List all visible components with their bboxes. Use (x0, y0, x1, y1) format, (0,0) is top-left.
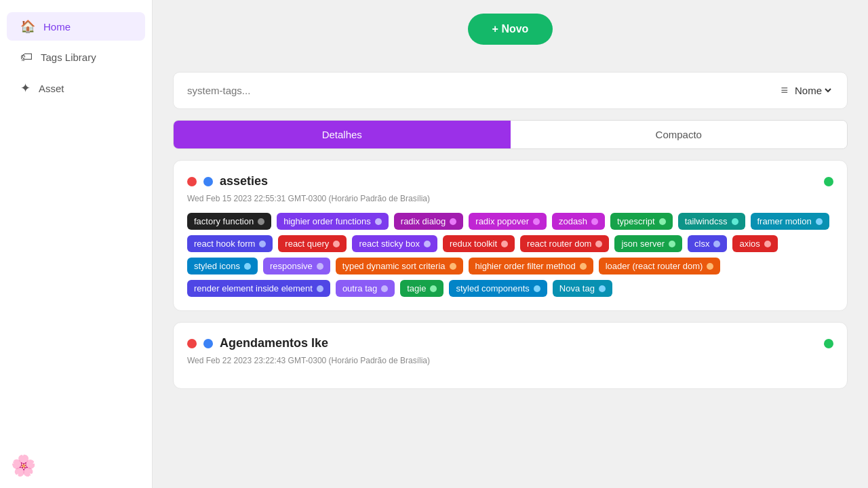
sidebar-item-tags-library[interactable]: 🏷 Tags Library (7, 43, 145, 71)
card-card-asseties: assetiesWed Feb 15 2023 22:55:31 GMT-030… (173, 160, 848, 311)
sort-icon: ≡ (781, 83, 788, 98)
dot-red (187, 339, 197, 348)
tag-dot (669, 241, 675, 247)
tag-dot (707, 263, 713, 270)
sidebar-item-home[interactable]: 🏠 Home (7, 12, 145, 41)
dot-blue (203, 339, 213, 348)
sidebar: 🏠 Home 🏷 Tags Library ✦ Asset 🌸 (0, 0, 153, 488)
asset-icon: ✦ (20, 81, 31, 96)
tag-item[interactable]: framer motion (751, 213, 829, 230)
card-card-agendamentos: Agendamentos IkeWed Feb 22 2023 23:22:43… (173, 322, 848, 389)
tag-item[interactable]: tailwindcss (678, 213, 745, 230)
tags-container: factory functionhighier order functionsr… (187, 213, 833, 297)
new-button[interactable]: + Novo (468, 14, 553, 45)
card-status-dot (824, 177, 833, 186)
tag-dot (816, 218, 823, 225)
tab-detalhes[interactable]: Detalhes (174, 121, 511, 148)
tag-dot (659, 218, 666, 225)
tag-dot (533, 218, 540, 225)
sort-control: ≡ Nome Data Tags (781, 83, 833, 98)
sidebar-item-asset[interactable]: ✦ Asset (7, 74, 145, 102)
tag-item[interactable]: tagie (400, 280, 443, 297)
dot-blue (203, 177, 213, 186)
tag-dot (599, 285, 606, 292)
tag-item[interactable]: react hook form (187, 235, 273, 252)
tag-dot (732, 218, 738, 225)
tag-dot (430, 285, 437, 292)
tag-dot (375, 218, 382, 225)
tag-item[interactable]: outra tag (336, 280, 395, 297)
sort-select[interactable]: Nome Data Tags (792, 84, 833, 97)
card-header: asseties (187, 174, 833, 188)
tag-item[interactable]: highier order functions (277, 213, 389, 230)
tag-item[interactable]: styled components (449, 280, 547, 297)
search-bar: ≡ Nome Data Tags (173, 72, 848, 109)
tag-dot (591, 218, 598, 225)
tag-dot (259, 241, 266, 247)
tag-dot (713, 241, 720, 247)
card-status-dot (824, 339, 833, 348)
card-date: Wed Feb 22 2023 23:22:43 GMT-0300 (Horár… (187, 356, 833, 365)
main-content: + Novo ≡ Nome Data Tags Detalhes Compact… (153, 0, 868, 488)
tag-item[interactable]: react sticky box (352, 235, 437, 252)
tag-dot (450, 218, 456, 225)
tag-item[interactable]: zodash (552, 213, 605, 230)
tag-dot (381, 285, 388, 292)
tag-dot (534, 285, 540, 292)
tab-compacto[interactable]: Compacto (511, 121, 848, 148)
tag-item[interactable]: Nova tag (553, 280, 612, 297)
card-title-text: asseties (220, 174, 268, 188)
tag-dot (450, 263, 456, 270)
view-tabs: Detalhes Compacto (173, 120, 848, 149)
tag-item[interactable]: typescript (610, 213, 673, 230)
tag-item[interactable]: highier order filter method (469, 258, 593, 274)
tag-item[interactable]: responsive (263, 258, 330, 274)
tag-item[interactable]: radix popover (469, 213, 547, 230)
tag-dot (317, 263, 323, 270)
tag-dot (501, 241, 508, 247)
tag-dot (317, 285, 323, 292)
tag-item[interactable]: typed dynamic sort criteria (336, 258, 463, 274)
dot-red (187, 177, 197, 186)
card-title-row: Agendamentos Ike (187, 336, 328, 350)
tag-item[interactable]: factory function (187, 213, 271, 230)
home-icon: 🏠 (20, 19, 35, 34)
tag-item[interactable]: axios (732, 235, 777, 252)
card-date: Wed Feb 15 2023 22:55:31 GMT-0300 (Horár… (187, 194, 833, 203)
sidebar-label-tags: Tags Library (41, 52, 96, 63)
tag-dot (424, 241, 431, 247)
tag-item[interactable]: radix dialog (394, 213, 464, 230)
card-title-text: Agendamentos Ike (220, 336, 328, 350)
tag-item[interactable]: redux toolkit (443, 235, 515, 252)
tag-item[interactable]: clsx (688, 235, 727, 252)
tag-item[interactable]: react router dom (520, 235, 609, 252)
tag-item[interactable]: react query (278, 235, 347, 252)
tag-dot (764, 241, 771, 247)
tag-dot (258, 218, 264, 225)
sidebar-label-asset: Asset (39, 83, 64, 94)
tag-dot (333, 241, 340, 247)
tag-item[interactable]: render element inside element (187, 280, 330, 297)
cards-container: assetiesWed Feb 15 2023 22:55:31 GMT-030… (173, 160, 848, 389)
tag-icon: 🏷 (20, 50, 33, 64)
tag-dot (244, 263, 251, 270)
tag-dot (580, 263, 587, 270)
tag-item[interactable]: loader (react router dom) (599, 258, 721, 274)
app-logo: 🌸 (11, 453, 36, 477)
sidebar-label-home: Home (43, 21, 71, 33)
tag-item[interactable]: styled icons (187, 258, 258, 274)
tag-dot (595, 241, 602, 247)
search-input[interactable] (187, 85, 772, 96)
card-header: Agendamentos Ike (187, 336, 833, 350)
tag-item[interactable]: json server (614, 235, 682, 252)
card-title-row: asseties (187, 174, 268, 188)
